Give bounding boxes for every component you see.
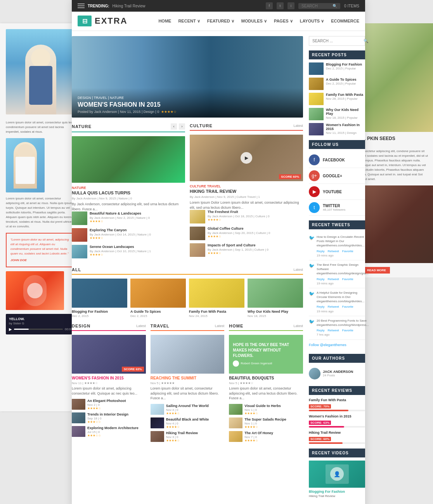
follow-facebook[interactable]: f FACEBOOK <box>309 152 365 168</box>
travel-thumb-3 <box>151 431 164 442</box>
nature-next[interactable]: › <box>179 123 185 130</box>
nav-home[interactable]: HOME <box>158 19 171 23</box>
video-title-link[interactable]: Blogging For Fashion <box>309 490 365 494</box>
hamburger-menu[interactable] <box>78 3 85 8</box>
hero-category: Design | Travel | Nature <box>78 96 297 100</box>
all-header: ALL Latest <box>72 267 303 275</box>
follow-twitter[interactable]: t TWITTER 46,107 followers <box>309 200 365 216</box>
travel-thumb-2 <box>151 417 164 428</box>
sidebar-search-input[interactable] <box>312 39 362 43</box>
cart-icon[interactable]: 0 ITEMS <box>344 4 359 8</box>
our-authors-widget: OUR authors JACK ANDERSON 24 Posts <box>309 354 365 381</box>
nature-article-1: Beautiful Nature & Landscapes By Jack An… <box>72 211 185 225</box>
author-1: JACK ANDERSON 24 Posts <box>309 366 365 381</box>
tweet-favorite-4[interactable]: Favorite <box>342 328 353 333</box>
culture-article-3: Impacts of Sport and Culture By Jack And… <box>190 243 303 257</box>
follow-twitter-link[interactable]: Follow @elegantthemes <box>309 343 346 347</box>
top-search-bar[interactable]: 🔍 <box>298 3 340 9</box>
video-thumbnail[interactable]: 👤 <box>309 461 365 488</box>
travel-featured-meta: Nov 5 | ★★★★★ <box>151 381 225 385</box>
nature-featured-meta: By Jack Anderson | Nov 9, 2015 | Nature … <box>72 197 185 200</box>
tweet-retweet-1[interactable]: Retweet <box>327 249 339 253</box>
nature-header: NATURE ‹ › <box>72 123 185 132</box>
sidebar-search[interactable]: 🔍 <box>309 36 365 46</box>
nav-modules[interactable]: MODULES ∨ <box>241 19 267 24</box>
all-section: ALL Latest Blogging For Fashion Dec 2, 2… <box>72 267 303 318</box>
nature-section: NATURE ‹ › NATURE NULLA QUIS LACUS TURPI… <box>72 123 185 262</box>
home-text-card: HOPE IS THE ONLY BEE THAT MAKES HONEY WI… <box>229 335 303 374</box>
design-article-3: Exploring Modern Architecture Jul 15 | 0… <box>72 426 146 437</box>
home-excerpt: Lorem ipsum dolor sit amet, consectetur … <box>229 386 303 401</box>
tweet-favorite-3[interactable]: Favorite <box>342 305 353 309</box>
review-score-bar-3 <box>309 442 365 444</box>
review-score-bar-2 <box>309 426 365 428</box>
right-spice-image-2 <box>355 185 433 263</box>
travel-excerpt: Lorem ipsum dolor sit amet, consectetur … <box>151 386 225 401</box>
all-card-img-2 <box>130 279 186 308</box>
tweet-favorite-2[interactable]: Favorite <box>342 277 353 281</box>
tweet-reply-2[interactable]: Reply <box>317 277 324 281</box>
culture-featured-image: ▶ SCORE 60% <box>190 135 303 181</box>
review-score-label-1: SCORE: 70% <box>309 404 331 409</box>
tweet-retweet-3[interactable]: Retweet <box>327 305 339 309</box>
home-featured-title: BEAUTIFUL BOUQUETS <box>229 376 303 380</box>
nav-pages[interactable]: PAGES ∨ <box>274 19 293 24</box>
sidebar: 🔍 RECENT POSTS Blogging For Fashion Dec … <box>309 36 365 502</box>
recent-reviews-title: RECENT REVIEWS <box>309 386 365 395</box>
left-person-image <box>6 138 45 192</box>
culture-thumb-2 <box>190 227 205 240</box>
design-thumb-2 <box>72 412 85 423</box>
score-badge: SCORE 60% <box>279 174 301 179</box>
left-quote: "Lorem ipsum dolor au sit amet, adipisci… <box>6 233 76 267</box>
tweet-4: 🐦 20 Best Programming Fonts to Save eleg… <box>309 316 365 340</box>
design-featured-image: SCORE 63% <box>72 335 146 374</box>
nav-recent[interactable]: RECENT ∨ <box>178 19 200 24</box>
nature-thumb-2 <box>72 228 87 242</box>
left-colorful-image <box>6 271 64 310</box>
review-score-label-2: SCORE: 63% <box>309 421 331 425</box>
facebook-follow-icon: f <box>309 154 320 165</box>
logo[interactable]: ⊟ EXTRA <box>78 16 128 26</box>
all-card-date-4: Nov 18, 2015 <box>248 314 303 318</box>
twitter-icon[interactable]: t <box>277 2 284 9</box>
search-icon: 🔍 <box>333 4 337 8</box>
twitter-bird-icon-3: 🐦 <box>309 291 315 297</box>
facebook-icon[interactable]: f <box>266 2 273 9</box>
travel-article-1: Sailing Around The World Nov 4 | 0 ★★★★☆ <box>151 404 225 415</box>
tweet-favorite-1[interactable]: Favorite <box>342 249 353 253</box>
nav-layouts[interactable]: LAYOUTS ∨ <box>300 19 324 24</box>
tweet-2: 🐦 The Best Free Graphic Design Software … <box>309 260 365 288</box>
nav-ecommerce[interactable]: ECOMMERCE <box>331 19 359 23</box>
hero-stars: ★★★★☆ <box>161 110 177 114</box>
recent-videos-title: RECENT VIDEOS <box>309 449 365 457</box>
culture-featured: ▶ SCORE 60% CULTURE TRAVEL HIKING TRAIL … <box>190 135 303 210</box>
twitter-follow-icon: t <box>309 202 320 213</box>
nav-featured[interactable]: FEATURED ∨ <box>207 19 234 24</box>
home-article-1: Visual Guide to Herbs Nov 1 | 0 ★★★★☆ <box>229 404 303 415</box>
tweet-reply-3[interactable]: Reply <box>317 305 324 309</box>
tweet-retweet-4[interactable]: Retweet <box>327 328 339 333</box>
recent-post-2: A Guide To Spices Dec 2, 2015 | Popular <box>309 78 365 90</box>
travel-section: TRAVEL Latest REACHING THE SUMMIT Nov 5 … <box>151 324 225 445</box>
tweet-reply-4[interactable]: Reply <box>317 328 324 333</box>
follow-google[interactable]: g+ GOOGLE+ <box>309 168 365 184</box>
home-thumb-2 <box>229 417 242 428</box>
top-search-input[interactable] <box>301 4 333 8</box>
nature-prev[interactable]: ‹ <box>171 123 177 130</box>
follow-youtube[interactable]: ▶ YOUTUBE <box>309 184 365 200</box>
play-button[interactable]: ▶ <box>241 152 252 164</box>
design-thumb-3 <box>72 426 85 437</box>
trending-text: Hiking Trail Review <box>113 4 145 8</box>
culture-featured-title: HIKING TRAIL REVIEW <box>190 189 303 194</box>
rp-thumb-4 <box>309 108 324 120</box>
instagram-icon[interactable]: i <box>288 2 294 9</box>
design-article-1: An Elegant Photoshoot Nov 2 | 0 ★★★★☆ <box>72 399 146 410</box>
home-thumb-3 <box>229 431 242 442</box>
tweet-retweet-2[interactable]: Retweet <box>327 277 339 281</box>
design-header: DESIGN Latest <box>72 324 146 331</box>
tweet-reply-1[interactable]: Reply <box>317 249 324 253</box>
all-card-img-4 <box>248 279 303 308</box>
twitter-bird-icon-2: 🐦 <box>309 263 315 269</box>
tweet-1: 🐦 How to Design a Circulatin Recent Post… <box>309 232 365 260</box>
left-decorative-page: Lorem ipsum dolor sit amet, consectetur … <box>0 23 81 411</box>
